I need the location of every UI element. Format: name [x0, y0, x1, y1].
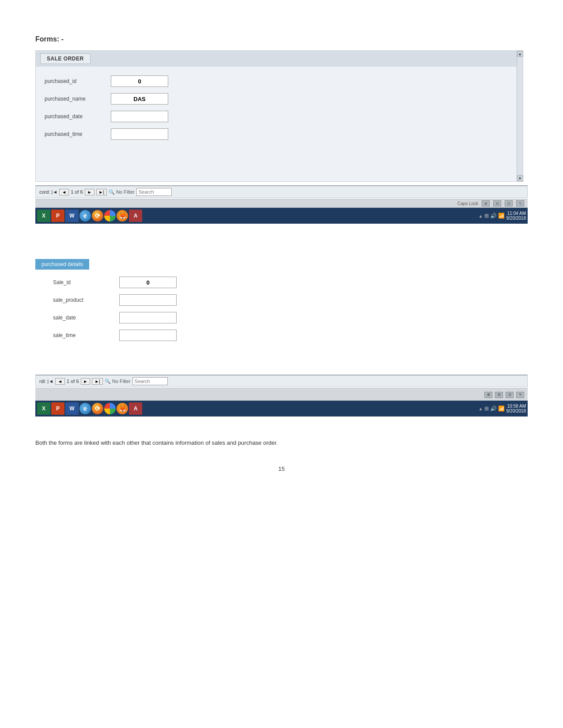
label-purchased-id: purchased_id — [45, 78, 111, 84]
form1-row-purchased-time: purchased_time — [45, 128, 512, 140]
input-purchased-id[interactable] — [111, 75, 168, 87]
section2: purchased details Sale_id sale_product s… — [35, 259, 528, 341]
chrome-icon-2[interactable] — [104, 403, 116, 414]
tray-icon-3: 📶 — [498, 213, 505, 219]
kb-icon-6: ⊟ — [495, 392, 503, 398]
chrome-icon-1[interactable] — [104, 210, 116, 221]
status-bar-2: ⊞ ⊟ ⊡ ✎ — [35, 388, 528, 401]
input-sale-id[interactable] — [119, 277, 177, 288]
kb-icon-1: ⊞ — [482, 200, 490, 206]
caps-lock-bar-1: Caps Lock ⊞ ⊟ ⊡ ✎ — [35, 199, 528, 208]
nav-search-1[interactable] — [136, 188, 172, 196]
input-sale-date[interactable] — [119, 312, 177, 323]
nav-next-last-2[interactable]: ►| — [92, 378, 103, 385]
label-purchased-date: purchased_date — [45, 113, 111, 120]
taskbar-right-1: ▲ ⊞ 🔊 📶 11:04 AM 9/20/2018 — [479, 211, 526, 221]
label-sale-product: sale_product — [53, 297, 119, 303]
outlook-icon-2[interactable]: ⟳ — [92, 403, 103, 414]
form1-scrollbar: ▲ ▼ — [517, 51, 523, 181]
page-number: 15 — [35, 465, 528, 472]
form2-row-sale-id: Sale_id — [53, 277, 528, 288]
forms-title: Forms: - — [35, 35, 528, 43]
no-filter-label-2: 🔍 No Filter — [105, 379, 131, 384]
kb-icon-2: ⊟ — [493, 200, 501, 206]
tray-icon-6: 📶 — [498, 405, 505, 412]
system-tray-2: ▲ ⊞ 🔊 📶 — [479, 405, 505, 412]
tray-icon-2: 🔊 — [490, 213, 497, 219]
form2-row-sale-time: sale_time — [53, 330, 528, 341]
nav-record-info-1: cord: |◄ — [39, 189, 57, 195]
no-filter-label-1: 🔍 No Filter — [109, 189, 135, 195]
kb-icon-4: ✎ — [516, 200, 524, 206]
scrollbar-up-btn[interactable]: ▲ — [517, 51, 523, 57]
ie-icon-1[interactable]: e — [79, 210, 91, 221]
tray-icon-5: 🔊 — [490, 405, 497, 412]
nav-page-2: 1 of 6 — [67, 379, 79, 384]
nav-bar-2: rdi: |◄ ◄ 1 of 6 ► ►| 🔍 No Filter — [35, 375, 528, 387]
form1-header: SALE ORDER — [36, 51, 523, 67]
nav-record-info-2: rdi: |◄ — [39, 379, 53, 384]
input-purchased-date[interactable] — [111, 111, 168, 122]
input-purchased-name[interactable] — [111, 93, 168, 105]
firefox-icon-2[interactable]: 🦊 — [117, 403, 128, 414]
form1-row-purchased-id: purchased_id — [45, 75, 512, 87]
status-right-2: ⊞ ⊟ ⊡ ✎ — [484, 392, 524, 398]
firefox-icon-1[interactable]: 🦊 — [117, 210, 128, 221]
taskbar-right-2: ▲ ⊞ 🔊 📶 10:58 AM 9/20/2018 — [479, 404, 526, 413]
input-sale-product[interactable] — [119, 294, 177, 306]
powerpoint-icon-2[interactable]: P — [51, 402, 64, 415]
form1-body: purchased_id purchased_name purchased_da… — [36, 67, 523, 181]
form1-card: SALE ORDER purchased_id purchased_name p… — [35, 50, 523, 182]
kb-icon-5: ⊞ — [484, 392, 492, 398]
outlook-icon-1[interactable]: ⟳ — [92, 210, 103, 221]
taskbar-1: X P W e ⟳ 🦊 A ▲ ⊞ 🔊 📶 11:04 AM 9/20/2018 — [35, 208, 528, 224]
tray-arrow: ▲ — [479, 214, 483, 218]
nav-next-2[interactable]: ► — [81, 378, 91, 385]
tray-arrow-2: ▲ — [479, 406, 483, 411]
nav-page-1: 1 of 6 — [71, 189, 83, 195]
tray-icon-1: ⊞ — [484, 213, 489, 219]
ie-icon-2[interactable]: e — [79, 403, 91, 414]
taskbar-time-1: 11:04 AM 9/20/2018 — [506, 211, 526, 221]
input-sale-time[interactable] — [119, 330, 177, 341]
access-icon-2[interactable]: A — [129, 402, 142, 415]
input-purchased-time[interactable] — [111, 128, 168, 140]
taskbar-2: X P W e ⟳ 🦊 A ▲ ⊞ 🔊 📶 10:58 AM 9/20/2018 — [35, 401, 528, 417]
nav-next-last-1[interactable]: ►| — [96, 189, 107, 195]
bottom-text: Both the forms are linked with each othe… — [35, 439, 528, 448]
powerpoint-icon-1[interactable]: P — [51, 210, 64, 222]
label-sale-id: Sale_id — [53, 279, 119, 285]
kb-icon-3: ⊡ — [505, 200, 513, 206]
access-icon-1[interactable]: A — [129, 210, 142, 222]
nav-prev-first-1[interactable]: ◄ — [59, 189, 69, 195]
purchased-details-tab[interactable]: purchased details — [35, 259, 89, 270]
label-purchased-time: purchased_time — [45, 131, 111, 137]
nav-search-2[interactable] — [132, 377, 168, 385]
form1-row-purchased-name: purchased_name — [45, 93, 512, 105]
label-purchased-name: purchased_name — [45, 96, 111, 102]
nav-next-1[interactable]: ► — [85, 189, 94, 195]
form2-row-sale-product: sale_product — [53, 294, 528, 306]
sale-order-tab[interactable]: SALE ORDER — [40, 53, 91, 64]
word-icon-2[interactable]: W — [65, 402, 79, 415]
form2-row-sale-date: sale_date — [53, 312, 528, 323]
form1-row-purchased-date: purchased_date — [45, 111, 512, 122]
excel-icon-2[interactable]: X — [37, 402, 50, 415]
label-sale-date: sale_date — [53, 315, 119, 321]
system-tray-1: ▲ ⊞ 🔊 📶 — [479, 213, 505, 219]
label-sale-time: sale_time — [53, 332, 119, 338]
tray-icon-4: ⊞ — [484, 405, 489, 412]
kb-icon-8: ✎ — [516, 392, 524, 398]
kb-icon-7: ⊡ — [506, 392, 514, 398]
word-icon-1[interactable]: W — [65, 210, 79, 222]
excel-icon-1[interactable]: X — [37, 210, 50, 222]
scrollbar-down-btn[interactable]: ▼ — [517, 175, 523, 181]
nav-prev-first-2[interactable]: ◄ — [55, 378, 65, 385]
nav-bar-1: cord: |◄ ◄ 1 of 6 ► ►| 🔍 No Filter — [35, 185, 528, 198]
taskbar-time-2: 10:58 AM 9/20/2018 — [506, 404, 526, 413]
form2-body: Sale_id sale_product sale_date sale_time — [35, 277, 528, 341]
caps-lock-icons-1: Caps Lock ⊞ ⊟ ⊡ ✎ — [457, 200, 524, 206]
caps-lock-label-1: Caps Lock — [457, 201, 478, 206]
